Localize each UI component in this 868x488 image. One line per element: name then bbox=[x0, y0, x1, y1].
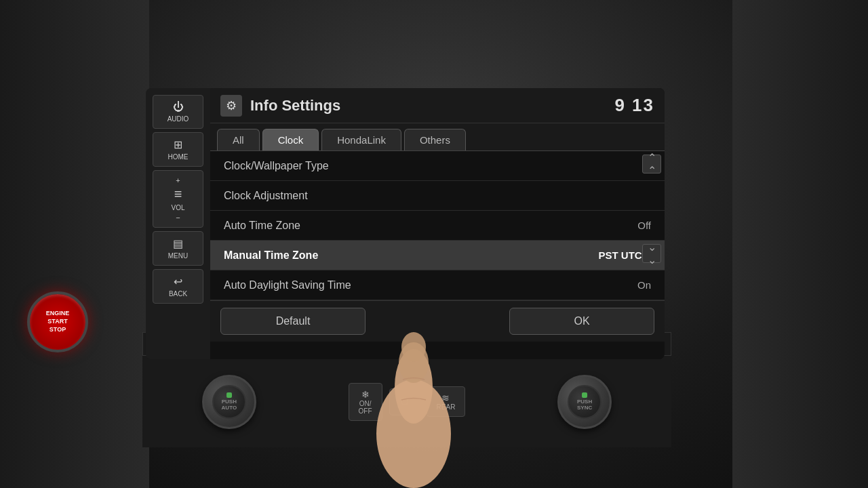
menu-icon: ▤ bbox=[173, 237, 183, 250]
row-auto-time-zone[interactable]: Auto Time Zone Off bbox=[210, 211, 665, 241]
sidebar-item-vol[interactable]: + ≡ VOL − bbox=[153, 170, 203, 228]
right-knob-bottom: SYNC bbox=[577, 405, 592, 411]
sidebar-label-audio: AUDIO bbox=[167, 115, 189, 123]
tab-clock[interactable]: Clock bbox=[262, 129, 319, 150]
ok-button[interactable]: OK bbox=[509, 308, 654, 335]
home-icon: ⊞ bbox=[174, 138, 182, 151]
right-knob-indicator bbox=[582, 392, 587, 398]
row-label-clock-wallpaper: Clock/Wallpaper Type bbox=[224, 160, 651, 172]
sidebar-item-audio[interactable]: ⏻ AUDIO bbox=[153, 95, 203, 129]
clock-display: 9 13 bbox=[614, 95, 654, 116]
sidebar-item-home[interactable]: ⊞ HOME bbox=[153, 132, 203, 167]
sidebar-label-vol: VOL bbox=[171, 204, 184, 211]
engine-label-1: ENGINE bbox=[46, 310, 70, 318]
sidebar: ⏻ AUDIO ⊞ HOME + ≡ VOL − ▤ MENU ↩ BACK bbox=[146, 88, 210, 359]
row-label-manual-time-zone: Manual Time Zone bbox=[224, 249, 598, 262]
main-display: ⚙ Info Settings 9 13 All Clock HondaLink… bbox=[210, 88, 665, 359]
tab-bar: All Clock HondaLink Others bbox=[210, 123, 665, 151]
row-manual-time-zone[interactable]: Manual Time Zone PST UTC-8 bbox=[210, 241, 665, 270]
row-auto-daylight[interactable]: Auto Daylight Saving Time On bbox=[210, 270, 665, 300]
engine-label-2: START bbox=[47, 318, 67, 326]
sidebar-label-menu: MENU bbox=[168, 252, 188, 260]
back-icon: ↩ bbox=[174, 275, 182, 288]
engine-start-button[interactable]: ENGINE START STOP bbox=[27, 291, 88, 352]
tab-others[interactable]: Others bbox=[404, 129, 466, 150]
settings-icon: ⚙ bbox=[220, 95, 242, 117]
climate-on-off-button[interactable]: ❄ ON/OFF bbox=[349, 383, 382, 421]
left-panel bbox=[0, 0, 149, 488]
bottom-button-bar: Default OK bbox=[210, 300, 665, 342]
scroll-down-button[interactable]: ⌄⌄ bbox=[642, 244, 661, 263]
sidebar-label-home: HOME bbox=[168, 153, 189, 161]
row-clock-adjustment[interactable]: Clock Adjustment bbox=[210, 181, 665, 211]
scroll-up-arrow[interactable]: ⌃⌃ bbox=[642, 155, 661, 174]
sidebar-label-back: BACK bbox=[169, 290, 187, 298]
left-knob-bottom: AUTO bbox=[222, 405, 237, 411]
settings-list: Clock/Wallpaper Type Clock Adjustment Au… bbox=[210, 151, 665, 300]
climate-rear-button[interactable]: ≋ REAR bbox=[427, 386, 466, 417]
page-title: Info Settings bbox=[250, 97, 614, 115]
row-label-auto-time-zone: Auto Time Zone bbox=[224, 220, 637, 232]
content-area: Clock/Wallpaper Type Clock Adjustment Au… bbox=[210, 151, 665, 300]
left-climate-knob[interactable]: PUSH AUTO bbox=[202, 375, 256, 429]
right-panel bbox=[732, 0, 868, 488]
row-label-auto-daylight: Auto Daylight Saving Time bbox=[224, 279, 637, 291]
scroll-down-arrow[interactable]: ⌄⌄ bbox=[642, 244, 661, 263]
tab-hondalink[interactable]: HondaLink bbox=[321, 129, 401, 150]
default-button[interactable]: Default bbox=[220, 308, 366, 335]
row-label-clock-adjustment: Clock Adjustment bbox=[224, 190, 651, 202]
scroll-up-button[interactable]: ⌃⌃ bbox=[642, 155, 661, 174]
row-value-auto-daylight: On bbox=[637, 279, 651, 291]
vol-icon: ≡ bbox=[174, 186, 182, 202]
engine-label-3: STOP bbox=[50, 326, 66, 334]
header-bar: ⚙ Info Settings 9 13 bbox=[210, 88, 665, 123]
right-climate-knob[interactable]: PUSH SYNC bbox=[557, 375, 612, 429]
climate-controls: PUSH AUTO ❄ ON/OFF ↻ ≋ REAR PUSH bbox=[142, 356, 671, 447]
sidebar-item-back[interactable]: ↩ BACK bbox=[153, 269, 203, 304]
climate-center: ❄ ON/OFF ↻ ≋ REAR bbox=[349, 383, 466, 421]
sidebar-item-menu[interactable]: ▤ MENU bbox=[153, 231, 203, 266]
power-icon: ⏻ bbox=[173, 101, 184, 113]
row-clock-wallpaper[interactable]: Clock/Wallpaper Type bbox=[210, 151, 665, 181]
tab-all[interactable]: All bbox=[217, 129, 260, 150]
climate-recirc-button[interactable]: ↻ bbox=[389, 388, 420, 415]
left-knob-indicator bbox=[226, 392, 232, 398]
row-value-auto-time-zone: Off bbox=[637, 220, 651, 231]
